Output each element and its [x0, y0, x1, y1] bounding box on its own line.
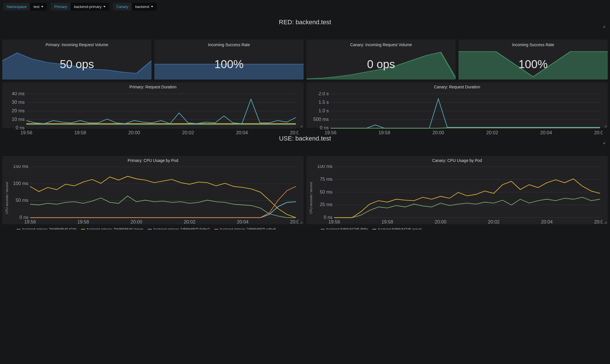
svg-text:1.5 s: 1.5 s	[318, 99, 329, 105]
filter-primary-text: backend-primary	[74, 5, 102, 9]
svg-text:30 ms: 30 ms	[12, 99, 25, 105]
y-axis-label: CPU seconds / second	[309, 164, 313, 229]
legend-label: backend-primary-7d589d997f-w4bv8	[220, 227, 276, 229]
filter-canary-label[interactable]: Canary	[113, 3, 132, 11]
legend-item[interactable]: backend-primary-7bb86b5549-lzgwm	[81, 227, 143, 229]
panel-canary-success-rate[interactable]: Incoming Success Rate 100%	[458, 40, 608, 80]
svg-text:0 ns: 0 ns	[20, 215, 29, 220]
legend-swatch	[148, 229, 152, 229]
filter-bar: Namespace test Primary backend-primary C…	[2, 2, 608, 15]
filter-namespace: Namespace test	[3, 3, 47, 11]
stat-value: 100%	[154, 49, 304, 80]
svg-text:20:04: 20:04	[237, 219, 249, 224]
svg-text:20:00: 20:00	[131, 219, 142, 224]
row-cpu: Primary: CPU Usage by Pod CPU seconds / …	[2, 156, 608, 224]
panel-primary-cpu[interactable]: Primary: CPU Usage by Pod CPU seconds / …	[2, 156, 304, 224]
panel-title: Incoming Success Rate	[154, 40, 304, 49]
filter-canary: Canary backend	[113, 3, 157, 11]
resize-icon: ◢	[300, 124, 302, 127]
stat-value: 50 ops	[2, 49, 152, 80]
panel-title: Primary: Incoming Request Volume	[2, 40, 152, 49]
section-use-title[interactable]: USE: backend.test ◢	[2, 131, 608, 156]
legend-swatch	[81, 229, 85, 229]
svg-text:40 ms: 40 ms	[12, 92, 25, 96]
filter-canary-value[interactable]: backend	[132, 3, 157, 11]
svg-text:0 ns: 0 ns	[324, 215, 333, 220]
panel-title: Incoming Success Rate	[458, 40, 608, 49]
chevron-down-icon	[103, 6, 106, 7]
legend-primary-cpu: backend-primary-7bb86b5549-lt24bbackend-…	[9, 226, 301, 229]
legend-swatch	[372, 229, 376, 229]
filter-primary-value[interactable]: backend-primary	[70, 3, 109, 11]
legend-item[interactable]: backend-5d69c847d5-l6t9g	[321, 227, 368, 229]
stat-value: 100%	[458, 49, 608, 80]
y-axis-label: CPU seconds / second	[5, 164, 9, 229]
panel-title: Primary: CPU Usage by Pod	[5, 158, 301, 164]
filter-namespace-text: test	[33, 5, 39, 9]
legend-item[interactable]: backend-primary-7bb86b5549-lt24b	[17, 227, 76, 229]
filter-primary: Primary backend-primary	[51, 3, 109, 11]
svg-text:50 ms: 50 ms	[320, 189, 333, 194]
legend-canary-cpu: backend-5d69c847d5-l6t9gbackend-5d69c847…	[313, 226, 605, 229]
svg-text:20 ms: 20 ms	[12, 108, 25, 113]
svg-text:20:00: 20:00	[435, 219, 447, 224]
chevron-down-icon	[41, 6, 43, 7]
svg-text:1.0 s: 1.0 s	[318, 108, 329, 113]
svg-text:2.0 s: 2.0 s	[318, 92, 329, 96]
legend-label: backend-5d69c847d5-mgvqt	[378, 227, 421, 229]
panel-title: Canary: CPU Usage by Pod	[309, 158, 605, 164]
chart-canary-request-duration: 0 ns500 ms1.0 s1.5 s2.0 s19:5619:5820:00…	[310, 92, 603, 135]
chart-canary-cpu: 0 ns25 ms50 ms75 ms100 ms19:5619:5820:00…	[314, 165, 603, 224]
panel-canary-request-duration[interactable]: Canary: Request Duration 0 ns500 ms1.0 s…	[306, 82, 608, 128]
svg-text:100 ms: 100 ms	[317, 165, 333, 169]
svg-text:19:56: 19:56	[24, 219, 36, 224]
panel-title: Canary: Incoming Request Volume	[306, 40, 456, 49]
svg-text:20:04: 20:04	[541, 219, 553, 224]
panel-title: Primary: Request Duration	[5, 85, 301, 91]
svg-text:20:06: 20:06	[290, 219, 298, 224]
svg-text:75 ms: 75 ms	[320, 176, 333, 182]
svg-text:10 ms: 10 ms	[12, 117, 25, 122]
svg-text:150 ms: 150 ms	[13, 165, 29, 169]
stat-value: 0 ops	[306, 49, 456, 80]
svg-text:19:58: 19:58	[77, 219, 89, 224]
svg-text:20:06: 20:06	[594, 219, 603, 224]
legend-swatch	[17, 229, 21, 229]
row-request-duration: Primary: Request Duration 0 ns10 ms20 ms…	[2, 82, 608, 128]
panel-canary-cpu[interactable]: Canary: CPU Usage by Pod CPU seconds / s…	[306, 156, 608, 224]
legend-item[interactable]: backend-primary-7d589d997f-9z9m7	[148, 227, 210, 229]
svg-text:500 ms: 500 ms	[313, 117, 329, 122]
legend-label: backend-primary-7d589d997f-9z9m7	[153, 227, 210, 229]
row-stats: Primary: Incoming Request Volume 50 ops …	[2, 40, 608, 80]
panel-primary-incoming-volume[interactable]: Primary: Incoming Request Volume 50 ops	[2, 40, 152, 80]
resize-icon: ◢	[604, 124, 607, 127]
legend-item[interactable]: backend-5d69c847d5-mgvqt	[372, 227, 421, 229]
panel-canary-incoming-volume[interactable]: Canary: Incoming Request Volume 0 ops	[306, 40, 456, 80]
svg-text:50 ms: 50 ms	[16, 198, 29, 203]
legend-swatch	[214, 229, 218, 229]
filter-canary-text: backend	[135, 5, 149, 9]
legend-item[interactable]: backend-primary-7d589d997f-w4bv8	[214, 227, 276, 229]
section-use-title-text: USE: backend.test	[279, 135, 331, 142]
panel-primary-request-duration[interactable]: Primary: Request Duration 0 ns10 ms20 ms…	[2, 82, 304, 128]
svg-text:25 ms: 25 ms	[320, 202, 333, 207]
svg-text:20:02: 20:02	[488, 219, 500, 224]
svg-text:20:02: 20:02	[184, 219, 195, 224]
legend-label: backend-5d69c847d5-l6t9g	[326, 227, 368, 229]
filter-namespace-value[interactable]: test	[30, 3, 47, 11]
panel-title: Canary: Request Duration	[309, 85, 605, 91]
panel-primary-success-rate[interactable]: Incoming Success Rate 100%	[154, 40, 304, 80]
legend-swatch	[321, 229, 325, 229]
legend-label: backend-primary-7bb86b5549-lt24b	[22, 227, 76, 229]
filter-namespace-label[interactable]: Namespace	[3, 3, 30, 11]
chevron-down-icon	[151, 6, 153, 7]
section-red-title-text: RED: backend.test	[279, 19, 331, 26]
legend-label: backend-primary-7bb86b5549-lzgwm	[87, 227, 143, 229]
svg-text:19:56: 19:56	[328, 219, 340, 224]
filter-primary-label[interactable]: Primary	[51, 3, 70, 11]
chart-primary-cpu: 0 ns50 ms100 ms150 ms19:5619:5820:0020:0…	[10, 165, 298, 224]
resize-icon: ◢	[603, 141, 605, 145]
svg-text:19:58: 19:58	[381, 219, 393, 224]
chart-primary-request-duration: 0 ns10 ms20 ms30 ms40 ms19:5619:5820:002…	[6, 92, 298, 135]
section-red-title[interactable]: RED: backend.test ◢	[2, 15, 608, 40]
